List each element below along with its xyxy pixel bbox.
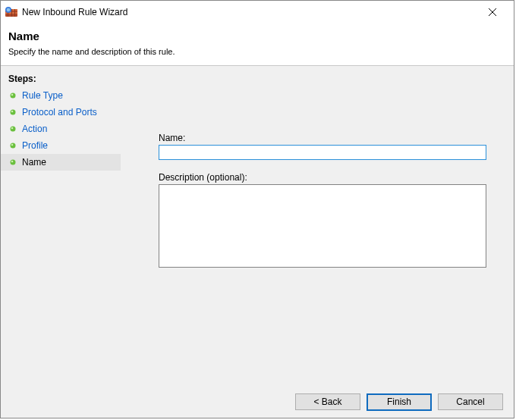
svg-point-12	[11, 110, 16, 115]
step-label: Rule Type	[22, 90, 63, 101]
step-name[interactable]: Name	[1, 154, 121, 171]
svg-rect-4	[11, 9, 12, 17]
wizard-body: Steps: Rule Type Protocol and Ports Acti…	[1, 66, 514, 386]
step-label: Protocol and Ports	[22, 107, 97, 118]
svg-point-17	[11, 144, 14, 146]
page-title: Name	[8, 30, 506, 42]
step-bullet-icon	[10, 143, 16, 149]
finish-button[interactable]: Finish	[367, 393, 432, 411]
svg-point-19	[11, 161, 14, 163]
name-input[interactable]	[159, 145, 486, 160]
step-bullet-icon	[10, 159, 16, 165]
step-profile[interactable]: Profile	[1, 137, 121, 154]
name-label: Name:	[159, 133, 486, 143]
svg-point-16	[11, 143, 16, 149]
step-bullet-icon	[10, 126, 16, 132]
svg-point-10	[11, 93, 16, 99]
window-title: New Inbound Rule Wizard	[22, 7, 477, 17]
close-button[interactable]	[477, 2, 508, 22]
step-label: Name	[22, 157, 46, 168]
titlebar: New Inbound Rule Wizard	[1, 1, 514, 24]
wizard-footer: < Back Finish Cancel	[1, 386, 514, 418]
back-button[interactable]: < Back	[295, 393, 360, 410]
svg-point-7	[7, 8, 11, 12]
wizard-header: Name Specify the name and description of…	[1, 24, 514, 65]
svg-rect-5	[14, 9, 15, 17]
step-protocol-and-ports[interactable]: Protocol and Ports	[1, 104, 121, 121]
close-icon	[489, 8, 496, 16]
step-action[interactable]: Action	[1, 121, 121, 137]
cancel-button[interactable]: Cancel	[438, 393, 503, 410]
step-bullet-icon	[10, 92, 16, 99]
svg-point-18	[11, 160, 16, 165]
step-rule-type[interactable]: Rule Type	[1, 87, 121, 104]
svg-point-15	[11, 127, 14, 130]
svg-point-13	[11, 111, 14, 113]
steps-heading: Steps:	[1, 74, 121, 87]
step-label: Profile	[22, 140, 48, 151]
form-area: Name: Description (optional):	[159, 133, 486, 270]
svg-point-11	[11, 94, 14, 96]
wizard-window: New Inbound Rule Wizard Name Specify the…	[0, 0, 514, 418]
page-subtitle: Specify the name and description of this…	[8, 47, 506, 56]
step-label: Action	[22, 124, 47, 134]
svg-point-14	[11, 127, 16, 132]
firewall-icon	[5, 6, 17, 18]
steps-sidebar: Steps: Rule Type Protocol and Ports Acti…	[1, 66, 121, 386]
description-label: Description (optional):	[159, 172, 486, 183]
step-bullet-icon	[10, 109, 16, 115]
description-textarea[interactable]	[159, 184, 486, 268]
wizard-content: Name: Description (optional):	[121, 66, 514, 386]
